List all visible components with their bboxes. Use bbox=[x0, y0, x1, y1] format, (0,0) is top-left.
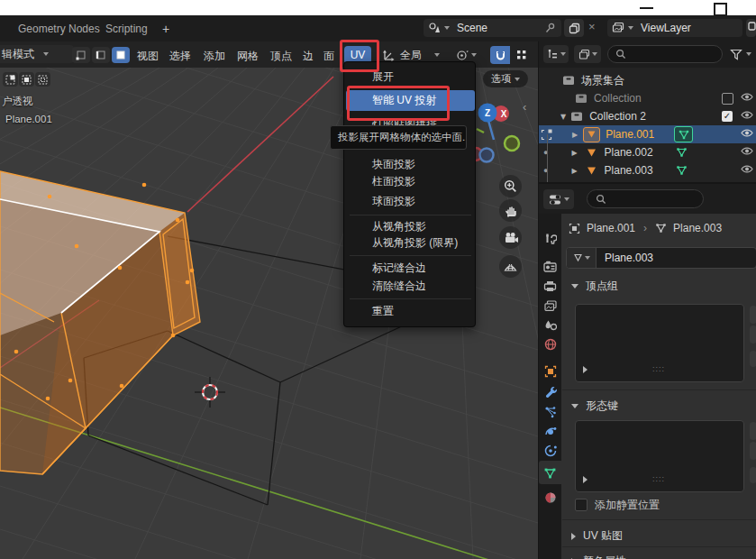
delete-scene-button[interactable]: × bbox=[588, 20, 596, 33]
shape-keys-list[interactable]: :::: bbox=[575, 420, 744, 492]
list-side-button[interactable] bbox=[750, 422, 756, 440]
pin-icon[interactable] bbox=[545, 23, 556, 33]
list-resize-grip[interactable]: :::: bbox=[652, 364, 665, 373]
menu-mesh[interactable]: 网格 bbox=[237, 49, 259, 64]
tab-modifiers[interactable] bbox=[539, 380, 561, 402]
tab-particles[interactable] bbox=[539, 401, 561, 423]
menu-item-sphere-projection[interactable]: 球面投影 bbox=[344, 193, 477, 210]
zoom-button[interactable] bbox=[499, 175, 522, 197]
menu-item-clear-seam[interactable]: 清除缝合边 bbox=[344, 278, 477, 295]
proportional-editing-toggle[interactable] bbox=[513, 46, 531, 64]
maximize-button[interactable] bbox=[714, 3, 727, 16]
list-side-button[interactable] bbox=[750, 306, 756, 324]
shape-keys-header[interactable]: 形态键 bbox=[571, 399, 618, 414]
list-side-button[interactable] bbox=[750, 325, 756, 344]
tab-world[interactable] bbox=[539, 334, 561, 355]
outliner-filter[interactable] bbox=[730, 45, 751, 63]
list-side-button[interactable] bbox=[750, 467, 756, 483]
list-side-button[interactable] bbox=[750, 351, 756, 367]
face-select-button[interactable] bbox=[112, 47, 130, 63]
menu-item-project-from-view-bounds[interactable]: 从视角投影 (限界) bbox=[344, 234, 477, 252]
tab-material[interactable] bbox=[539, 487, 561, 509]
menu-select[interactable]: 选择 bbox=[169, 49, 191, 64]
menu-item-mark-seam[interactable]: 标记缝合边 bbox=[344, 260, 477, 277]
sidebar-collapse-arrow[interactable]: ‹ bbox=[523, 100, 526, 114]
new-viewlayer-button[interactable] bbox=[746, 19, 756, 37]
tab-scene[interactable] bbox=[539, 314, 561, 335]
collection-checkbox[interactable] bbox=[722, 93, 733, 105]
hide-eye-icon[interactable] bbox=[741, 92, 753, 105]
tab-render[interactable] bbox=[539, 255, 561, 277]
viewlayer-name[interactable]: ViewLayer bbox=[641, 22, 691, 34]
hide-eye-icon[interactable] bbox=[741, 128, 753, 141]
viewport-options-button[interactable]: 选项 bbox=[483, 70, 528, 87]
editor-type-dropdown[interactable] bbox=[543, 45, 569, 63]
tab-object[interactable] bbox=[539, 361, 561, 382]
rest-position-row[interactable]: 添加静置位置 bbox=[575, 498, 660, 512]
outliner-row-collection[interactable]: Collection bbox=[539, 89, 756, 107]
menu-vertex[interactable]: 顶点 bbox=[270, 49, 292, 64]
select-extend-button[interactable] bbox=[19, 72, 34, 87]
pan-button[interactable] bbox=[499, 199, 522, 222]
edge-select-button[interactable] bbox=[92, 47, 110, 63]
outliner-search[interactable] bbox=[607, 45, 723, 63]
menu-item-project-from-view[interactable]: 从视角投影 bbox=[344, 218, 477, 235]
color-attributes-header[interactable]: 颜色属性 bbox=[571, 554, 626, 559]
menu-edge[interactable]: 边 bbox=[303, 49, 314, 64]
mesh-id-dropdown[interactable] bbox=[567, 248, 597, 268]
tab-output[interactable] bbox=[539, 275, 561, 297]
list-side-button[interactable] bbox=[750, 442, 756, 460]
menu-item-reset[interactable]: 重置 bbox=[344, 303, 477, 320]
mode-dropdown[interactable]: 辑模式 bbox=[0, 45, 74, 63]
mesh-name-field[interactable]: Plane.003 bbox=[566, 247, 756, 269]
menu-view[interactable]: 视图 bbox=[137, 49, 159, 64]
tab-object-data-active[interactable] bbox=[539, 461, 561, 484]
expand-arrow[interactable]: ▶ bbox=[571, 149, 577, 157]
scene-selector[interactable]: Scene bbox=[424, 19, 561, 37]
outliner-row-plane-003[interactable]: ● ▶ Plane.003 bbox=[539, 161, 756, 179]
uv-maps-header[interactable]: UV 贴图 bbox=[571, 528, 623, 544]
menu-item-cube-projection[interactable]: 块面投影 bbox=[344, 156, 477, 173]
menu-item-smart-uv-project[interactable]: 智能 UV 投射 bbox=[346, 90, 475, 111]
hide-eye-icon[interactable] bbox=[741, 146, 753, 159]
select-new-button[interactable] bbox=[3, 72, 18, 87]
list-resize-grip[interactable]: :::: bbox=[652, 474, 665, 483]
scene-name[interactable]: Scene bbox=[457, 22, 487, 34]
breadcrumb-object-name[interactable]: Plane.001 bbox=[587, 222, 635, 234]
orthographic-toggle-button[interactable] bbox=[499, 255, 522, 278]
collection-checkbox-checked[interactable]: ✓ bbox=[722, 111, 733, 122]
tab-constraints[interactable] bbox=[539, 440, 561, 462]
properties-context-dropdown[interactable] bbox=[543, 189, 574, 209]
snap-toggle[interactable] bbox=[490, 46, 510, 64]
display-mode-dropdown[interactable] bbox=[574, 45, 601, 63]
tab-scripting[interactable]: Scripting bbox=[105, 23, 148, 35]
tab-tool[interactable] bbox=[539, 228, 561, 250]
menu-item-cylinder-projection[interactable]: 柱面投影 bbox=[344, 173, 477, 190]
new-scene-button[interactable] bbox=[564, 19, 584, 37]
menu-item-unwrap[interactable]: 展开 bbox=[344, 69, 477, 86]
outliner-row-plane-001[interactable]: ▶ Plane.001 bbox=[539, 125, 756, 143]
vertex-groups-header[interactable]: 顶点组 bbox=[571, 279, 618, 294]
tab-geometry-nodes[interactable]: Geometry Nodes bbox=[18, 23, 100, 35]
vertex-select-button[interactable] bbox=[72, 47, 90, 63]
expand-arrow[interactable]: ▶ bbox=[572, 131, 578, 139]
add-workspace-button[interactable]: + bbox=[162, 22, 169, 36]
vertex-groups-list[interactable]: :::: bbox=[575, 304, 744, 382]
outliner-row-collection-2[interactable]: ▼ Collection 2 ✓ bbox=[539, 107, 756, 125]
outliner-row-plane-002[interactable]: ● ▶ Plane.002 bbox=[539, 143, 756, 161]
hide-eye-icon[interactable] bbox=[741, 110, 753, 123]
outliner-row-scene-collection[interactable]: 场景集合 bbox=[539, 71, 756, 89]
properties-search[interactable] bbox=[587, 189, 704, 208]
list-expand-arrow[interactable] bbox=[583, 366, 587, 373]
minimize-button[interactable] bbox=[640, 7, 653, 9]
select-subtract-button[interactable] bbox=[35, 72, 50, 87]
breadcrumb-data-name[interactable]: Plane.003 bbox=[673, 222, 722, 234]
menu-face[interactable]: 面 bbox=[323, 49, 334, 64]
expand-arrow[interactable]: ▶ bbox=[571, 167, 577, 175]
viewlayer-selector[interactable]: ViewLayer bbox=[607, 19, 742, 37]
menu-add[interactable]: 添加 bbox=[204, 49, 225, 64]
expand-arrow[interactable]: ▼ bbox=[560, 113, 566, 121]
list-expand-arrow[interactable] bbox=[583, 476, 587, 483]
camera-view-button[interactable] bbox=[499, 226, 522, 249]
hide-eye-icon[interactable] bbox=[741, 164, 753, 177]
